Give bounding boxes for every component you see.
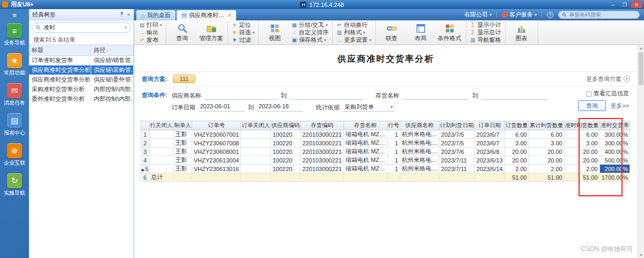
minimize-button[interactable]: ─: [608, 1, 618, 8]
cell[interactable]: [149, 165, 173, 173]
cell[interactable]: 王影: [173, 139, 192, 148]
cell[interactable]: 1: [387, 148, 400, 156]
cell[interactable]: 2.00: [564, 165, 599, 173]
cell[interactable]: 2023/6/13: [474, 156, 504, 165]
cell[interactable]: 2023/6/7: [474, 130, 504, 139]
cell[interactable]: [241, 139, 271, 148]
sidebar-item-business-nav[interactable]: ≡业务导航: [4, 23, 25, 47]
toolbar-button-search[interactable]: 查询: [169, 23, 196, 42]
column-header[interactable]: 行号: [387, 121, 400, 130]
tree-search-input[interactable]: 准时 ×: [32, 23, 131, 33]
cell[interactable]: 200.00%: [599, 165, 630, 173]
cell[interactable]: [149, 139, 173, 148]
cell[interactable]: [241, 156, 271, 165]
row-number[interactable]: 3: [141, 148, 150, 156]
column-header[interactable]: 供应商编码: [270, 121, 301, 130]
cell[interactable]: VHZY230607008: [192, 139, 241, 148]
cell[interactable]: 3.00: [564, 139, 599, 148]
cell[interactable]: 缩箱电机 MZ…: [343, 139, 387, 148]
column-header[interactable]: 准时到货数量: [564, 121, 599, 130]
column-header[interactable]: 存货编码: [301, 121, 343, 130]
stock-from-field[interactable]: [402, 91, 469, 100]
customer-service-menu[interactable]: 客户服务 ▾: [502, 11, 537, 19]
cell[interactable]: 20.00: [564, 148, 599, 156]
scrollbar-thumb[interactable]: [639, 52, 643, 85]
cell[interactable]: 2023/7/5: [439, 139, 474, 148]
toolbar-button-view[interactable]: 视图: [261, 23, 288, 42]
more-conditions-link[interactable]: 更多>>: [610, 102, 629, 110]
query-button[interactable]: 查询: [578, 100, 606, 111]
cell[interactable]: 6.00: [529, 130, 564, 139]
vertical-scrollbar[interactable]: ▲ ▼: [638, 45, 644, 258]
cell[interactable]: 杭州米格电…: [400, 156, 439, 165]
cell[interactable]: 2023/7/11: [439, 165, 474, 173]
barcode-search-input[interactable]: [569, 12, 636, 18]
toolbar-button-saveformat[interactable]: ▣保存格式▾: [290, 36, 330, 43]
cell[interactable]: 220103000221: [301, 148, 343, 156]
cell[interactable]: 2023/6/14: [474, 165, 504, 173]
cell[interactable]: 20.00: [564, 156, 599, 165]
summary-checkbox[interactable]: [586, 91, 591, 97]
cell[interactable]: 缩箱电机 MZ…: [343, 165, 387, 173]
cell[interactable]: 6.00: [564, 130, 599, 139]
cell[interactable]: 3.00: [529, 139, 564, 148]
cell[interactable]: 220103000221: [301, 139, 343, 148]
cell[interactable]: 2.00: [529, 165, 564, 173]
barcode-search-box[interactable]: [558, 11, 640, 19]
column-header[interactable]: 订单号: [192, 121, 241, 130]
cell[interactable]: 2.00: [504, 165, 529, 173]
cell[interactable]: 220103000221: [301, 156, 343, 165]
cell[interactable]: 300.00%: [599, 139, 630, 148]
cell[interactable]: 220103000221: [301, 165, 343, 173]
cell[interactable]: 缩箱电机 MZ…: [343, 156, 387, 165]
toolbar-button-navpane[interactable]: ▥导航窗格: [469, 36, 502, 43]
scroll-down-icon[interactable]: ▼: [638, 253, 644, 257]
close-button[interactable]: ✕: [631, 1, 642, 8]
toolbar-button-chart[interactable]: 图表: [508, 23, 535, 42]
help-icon[interactable]: ?: [547, 12, 553, 18]
toolbar-button-subtotal[interactable]: Σ显示小计: [469, 21, 502, 28]
cell[interactable]: 杭州米格电…: [400, 165, 439, 173]
sidebar-item-report-center[interactable]: ▤报表中心: [4, 113, 25, 137]
date-to-field[interactable]: 2023-06-18: [257, 103, 303, 112]
column-header[interactable]: 行关闭人: [149, 121, 173, 130]
scroll-up-icon[interactable]: ▲: [638, 46, 644, 50]
cell[interactable]: 缩箱电机 MZ…: [343, 148, 387, 156]
tree-row[interactable]: 订单准时发货率供应链\销售管…: [29, 56, 134, 65]
toolbar-button-publish[interactable]: ↗发布: [138, 36, 163, 43]
cell[interactable]: 20.00: [529, 148, 564, 156]
toolbar-button-sift[interactable]: ▼筛选▾: [231, 29, 256, 36]
cell[interactable]: 2023/7/5: [439, 130, 474, 139]
cell[interactable]: 100220: [270, 156, 301, 165]
cell[interactable]: VHZY230608001: [192, 148, 241, 156]
cell[interactable]: [241, 130, 271, 139]
cell[interactable]: 王影: [173, 148, 192, 156]
scheme-chip[interactable]: 111: [173, 75, 196, 83]
sidebar-item-message-tasks[interactable]: ✉消息任务: [4, 83, 25, 107]
cell[interactable]: 杭州米格电…: [400, 148, 439, 156]
cell[interactable]: 王影: [173, 156, 192, 165]
cell[interactable]: 6.00: [504, 130, 529, 139]
tab-my-desktop[interactable]: ⌂ 我的桌面: [136, 10, 175, 20]
cell[interactable]: 1: [387, 139, 400, 148]
cell[interactable]: 3.00: [504, 139, 529, 148]
company-menu[interactable]: 有限公司 ▾: [464, 11, 492, 19]
supplier-from-field[interactable]: [204, 91, 277, 100]
cell[interactable]: 王影: [173, 130, 192, 139]
menu-icon[interactable]: ≡: [12, 11, 17, 19]
cell[interactable]: 1: [387, 165, 400, 173]
pin-icon[interactable]: [120, 11, 124, 18]
tree-column-path[interactable]: 路径: [91, 45, 134, 56]
cell[interactable]: [149, 156, 173, 165]
stock-to-field[interactable]: [481, 91, 548, 100]
cell[interactable]: VHZY230607001: [192, 130, 241, 139]
tree-row[interactable]: 委外准时交货率分析内部控制\内部…: [29, 94, 134, 104]
cell[interactable]: VHZY230613004: [192, 156, 241, 165]
date-from-field[interactable]: 2023-06-01: [199, 103, 245, 112]
cell[interactable]: 220103000221: [301, 130, 343, 139]
toolbar-button-layout[interactable]: 布局: [407, 23, 434, 42]
tab-supplier-report[interactable]: ▤ 供应商准时… ×: [177, 10, 236, 20]
cell[interactable]: 缩箱电机 MZ…: [343, 130, 387, 139]
cell[interactable]: 20.00: [504, 148, 529, 156]
cell[interactable]: 2023/6/7: [474, 139, 504, 148]
